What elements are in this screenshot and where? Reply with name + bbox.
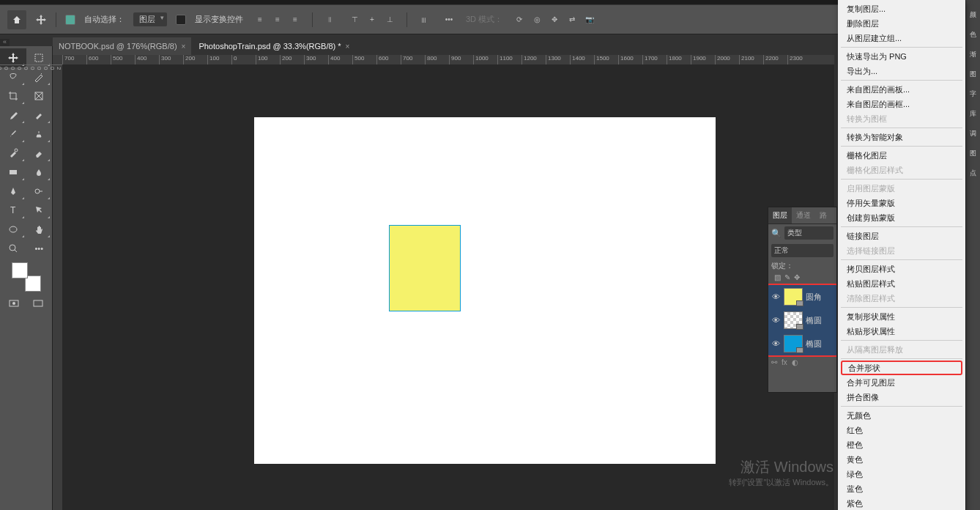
- panel-tab-collapsed[interactable]: 调: [966, 119, 980, 138]
- panel-tab-collapsed[interactable]: 色: [966, 20, 980, 40]
- home-button[interactable]: [7, 10, 26, 29]
- align-vcenter-button[interactable]: +: [364, 12, 380, 28]
- align-bottom-button[interactable]: ⊥: [382, 12, 398, 28]
- lock-pixels-icon[interactable]: ▧: [774, 273, 781, 281]
- healing-brush-tool[interactable]: [26, 106, 53, 125]
- frame-tool[interactable]: [26, 86, 53, 106]
- blur-tool[interactable]: [26, 163, 53, 182]
- 3d-roll-icon[interactable]: ◎: [529, 12, 545, 28]
- context-menu-item[interactable]: 来自图层的画框...: [838, 97, 965, 111]
- blend-mode-dropdown[interactable]: 正常: [771, 244, 834, 257]
- more-options-button[interactable]: •••: [441, 12, 457, 28]
- layer-thumbnail[interactable]: [784, 288, 803, 306]
- layer-row-3[interactable]: 👁 椭圆: [768, 332, 836, 355]
- dodge-tool[interactable]: [26, 182, 53, 201]
- lock-all-icon[interactable]: ✥: [794, 273, 800, 281]
- layer-mask-icon[interactable]: ◐: [792, 358, 798, 366]
- panel-tab-collapsed[interactable]: 库: [966, 99, 980, 119]
- context-menu-item[interactable]: 从图层建立组...: [838, 31, 965, 45]
- align-left-button[interactable]: ≡: [252, 12, 268, 28]
- context-menu-item[interactable]: 复制形状属性: [838, 309, 965, 324]
- cup-handle-shape[interactable]: [458, 240, 493, 291]
- context-menu-item[interactable]: 紫色: [838, 496, 965, 510]
- channels-tab[interactable]: 通道: [792, 207, 815, 223]
- horizontal-ruler[interactable]: 7006005004003002001000100200300400500600…: [62, 55, 834, 64]
- panel-tab-collapsed[interactable]: 颜: [966, 0, 980, 20]
- align-top-button[interactable]: ⊤: [346, 12, 363, 28]
- collapse-toolbox-button[interactable]: «: [0, 39, 10, 46]
- eyedropper-tool[interactable]: [0, 106, 26, 125]
- clone-stamp-tool[interactable]: [26, 125, 53, 144]
- zoom-tool[interactable]: [0, 239, 26, 258]
- 3d-orbit-icon[interactable]: ⟳: [511, 12, 527, 28]
- path-selection-tool[interactable]: [26, 201, 53, 220]
- auto-select-checkbox[interactable]: [65, 15, 75, 25]
- context-menu-item[interactable]: 绿色: [838, 467, 965, 481]
- align-right-button[interactable]: ≡: [287, 12, 303, 28]
- show-transform-checkbox[interactable]: [176, 15, 186, 25]
- eraser-tool[interactable]: [26, 144, 53, 163]
- close-tab-icon[interactable]: ×: [346, 42, 350, 51]
- history-brush-tool[interactable]: [0, 144, 26, 163]
- close-tab-icon[interactable]: ×: [182, 42, 186, 51]
- context-menu-item[interactable]: 橙色: [838, 437, 965, 452]
- document-tab-2[interactable]: PhotoshopTrain.psd @ 33.3%(RGB/8) *×: [193, 37, 355, 55]
- color-swatches[interactable]: [12, 262, 41, 292]
- context-menu-item[interactable]: 停用矢量蒙版: [838, 196, 965, 210]
- context-menu-item[interactable]: 栅格化图层: [838, 148, 965, 163]
- document-canvas[interactable]: [254, 117, 716, 464]
- panel-tab-collapsed[interactable]: 字: [966, 79, 980, 99]
- gradient-tool[interactable]: [0, 163, 26, 182]
- context-menu-item[interactable]: 转换为智能对象: [838, 130, 965, 144]
- context-menu-item[interactable]: 蓝色: [838, 481, 965, 496]
- context-menu-item[interactable]: 删除图层: [838, 16, 965, 31]
- context-menu-item[interactable]: 链接图层: [838, 229, 965, 243]
- layer-filter-dropdown[interactable]: 类型: [784, 226, 834, 240]
- vertical-ruler[interactable]: 20000000000000000: [53, 64, 62, 510]
- context-menu-item[interactable]: 快速导出为 PNG: [838, 49, 965, 64]
- panel-tab-collapsed[interactable]: 图: [966, 59, 980, 79]
- context-menu-item[interactable]: 粘贴图层样式: [838, 276, 965, 291]
- hand-tool[interactable]: [26, 220, 53, 239]
- context-menu-item[interactable]: 创建剪贴蒙版: [838, 210, 965, 225]
- distribute-button[interactable]: ⫴: [322, 12, 338, 28]
- panel-tab-collapsed[interactable]: 渐: [966, 40, 980, 59]
- context-menu-item[interactable]: 合并形状: [841, 361, 962, 375]
- 3d-slide-icon[interactable]: ⇄: [564, 12, 580, 28]
- visibility-icon[interactable]: 👁: [771, 292, 781, 301]
- context-menu-item[interactable]: 黄色: [838, 452, 965, 467]
- context-menu-item[interactable]: 无颜色: [838, 408, 965, 423]
- link-layers-icon[interactable]: ⚯: [771, 358, 777, 366]
- layer-thumbnail[interactable]: [784, 335, 803, 352]
- distribute-more-button[interactable]: ⫼: [416, 12, 432, 28]
- context-menu-item[interactable]: 合并可见图层: [838, 375, 965, 390]
- context-menu-item[interactable]: 来自图层的画板...: [838, 82, 965, 97]
- pen-tool[interactable]: [0, 182, 26, 201]
- layer-name[interactable]: 圆角: [806, 292, 822, 303]
- edit-toolbar-button[interactable]: •••: [26, 239, 53, 258]
- foreground-color[interactable]: [12, 262, 28, 278]
- panel-tab-collapsed[interactable]: 图: [966, 138, 980, 158]
- context-menu-item[interactable]: 拼合图像: [838, 390, 965, 404]
- layer-row-2[interactable]: 👁 椭圆: [768, 308, 836, 332]
- context-menu-item[interactable]: 红色: [838, 423, 965, 437]
- visibility-icon[interactable]: 👁: [771, 316, 781, 325]
- layer-group-dropdown[interactable]: 图层: [133, 12, 167, 26]
- type-tool[interactable]: T: [0, 201, 26, 220]
- quick-mask-button[interactable]: [8, 299, 20, 309]
- layer-name[interactable]: 椭圆: [806, 315, 822, 326]
- visibility-icon[interactable]: 👁: [771, 339, 781, 348]
- context-menu-item[interactable]: 导出为...: [838, 64, 965, 78]
- ruler-origin[interactable]: [53, 55, 62, 64]
- panel-tab-collapsed[interactable]: 点: [966, 158, 980, 178]
- context-menu-item[interactable]: 拷贝图层样式: [838, 262, 965, 276]
- layer-thumbnail[interactable]: [784, 311, 803, 329]
- layer-row-1[interactable]: 👁 圆角: [768, 285, 836, 308]
- screen-mode-button[interactable]: [32, 299, 44, 309]
- layers-tab[interactable]: 图层: [768, 207, 792, 223]
- context-menu-item[interactable]: 粘贴形状属性: [838, 324, 965, 339]
- crop-tool[interactable]: [0, 86, 26, 106]
- lock-position-icon[interactable]: ✎: [784, 273, 790, 281]
- shape-tool[interactable]: [0, 220, 26, 239]
- 3d-pan-icon[interactable]: ✥: [546, 12, 563, 28]
